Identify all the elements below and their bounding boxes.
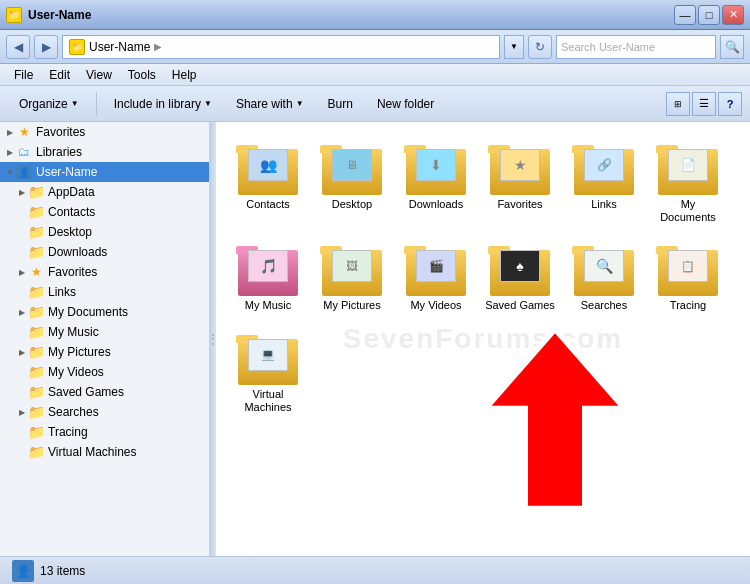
share-with-button[interactable]: Share with ▼	[225, 90, 315, 118]
view-list-button[interactable]: ☰	[692, 92, 716, 116]
sidebar-item-my-documents[interactable]: ▶ 📁 My Documents	[12, 302, 209, 322]
menu-tools[interactable]: Tools	[120, 66, 164, 84]
sidebar-item-my-videos[interactable]: ▶ 📁 My Videos	[12, 362, 209, 382]
include-arrow: ▼	[204, 99, 212, 108]
new-folder-button[interactable]: New folder	[366, 90, 445, 118]
sidebar-item-saved-games[interactable]: ▶ 📁 Saved Games	[12, 382, 209, 402]
downloads-icon: 📁	[28, 244, 44, 260]
sidebar-item-searches[interactable]: ▶ 📁 Searches	[12, 402, 209, 422]
sidebar-item-libraries[interactable]: ▶ 🗂 Libraries	[0, 142, 209, 162]
libraries-icon: 🗂	[16, 144, 32, 160]
folder-grid: 👥 Contacts 🖥 Desktop ⬇	[224, 130, 742, 425]
status-user: 👤 13 items	[12, 560, 85, 582]
mypics-expand[interactable]: ▶	[16, 346, 28, 358]
vms-icon: 📁	[28, 444, 44, 460]
sidebar-item-links[interactable]: ▶ 📁 Links	[12, 282, 209, 302]
fav-sub-label: Favorites	[48, 265, 97, 279]
sidebar-item-my-pictures[interactable]: ▶ 📁 My Pictures	[12, 342, 209, 362]
menu-bar: File Edit View Tools Help	[0, 64, 750, 86]
sidebar-item-appdata[interactable]: ▶ 📁 AppData	[12, 182, 209, 202]
close-button[interactable]: ✕	[722, 5, 744, 25]
folder-favorites[interactable]: ★ Favorites	[480, 134, 560, 231]
address-dropdown[interactable]: ▼	[504, 35, 524, 59]
sidebar-item-favorites-sub[interactable]: ▶ ★ Favorites	[12, 262, 209, 282]
sidebar-item-my-music[interactable]: ▶ 📁 My Music	[12, 322, 209, 342]
menu-help[interactable]: Help	[164, 66, 205, 84]
folder-contacts-label: Contacts	[246, 198, 289, 211]
mymusic-icon: 📁	[28, 324, 44, 340]
menu-file[interactable]: File	[6, 66, 41, 84]
appdata-expand[interactable]: ▶	[16, 186, 28, 198]
sidebar-item-contacts[interactable]: ▶ 📁 Contacts	[12, 202, 209, 222]
search-field[interactable]: Search User-Name	[556, 35, 716, 59]
minimize-button[interactable]: —	[674, 5, 696, 25]
sidebar-item-downloads[interactable]: ▶ 📁 Downloads	[12, 242, 209, 262]
favorites-icon: ★	[16, 124, 32, 140]
back-button[interactable]: ◀	[6, 35, 30, 59]
folder-my-pictures[interactable]: 🖼 My Pictures	[312, 235, 392, 319]
address-field[interactable]: 📁 User-Name ▶	[62, 35, 500, 59]
folder-mypics-thumb: 🖼	[320, 242, 384, 296]
forward-button[interactable]: ▶	[34, 35, 58, 59]
search-button[interactable]: 🔍	[720, 35, 744, 59]
organize-button[interactable]: Organize ▼	[8, 90, 90, 118]
folder-my-music[interactable]: 🎵 My Music	[228, 235, 308, 319]
folder-my-videos[interactable]: 🎬 My Videos	[396, 235, 476, 319]
searches-label: Searches	[48, 405, 99, 419]
folder-tracing[interactable]: 📋 Tracing	[648, 235, 728, 319]
favorites-label: Favorites	[36, 125, 85, 139]
window-title: User-Name	[28, 8, 674, 22]
folder-virtual-machines[interactable]: 💻 Virtual Machines	[228, 324, 308, 421]
maximize-button[interactable]: □	[698, 5, 720, 25]
folder-searches-thumb: 🔍	[572, 242, 636, 296]
address-bar: ◀ ▶ 📁 User-Name ▶ ▼ ↻ Search User-Name 🔍	[0, 30, 750, 64]
mydocs-expand[interactable]: ▶	[16, 306, 28, 318]
organize-arrow: ▼	[71, 99, 79, 108]
folder-searches[interactable]: 🔍 Searches	[564, 235, 644, 319]
myvideos-label: My Videos	[48, 365, 104, 379]
favorites-expand[interactable]: ▶	[4, 126, 16, 138]
tracing-icon: 📁	[28, 424, 44, 440]
help-button[interactable]: ?	[718, 92, 742, 116]
folder-preview: 🖥	[332, 149, 372, 181]
folder-favorites-thumb: ★	[488, 141, 552, 195]
folder-mydocs-label: My Documents	[653, 198, 723, 224]
folder-saved-games[interactable]: ♠ Saved Games	[480, 235, 560, 319]
include-in-library-button[interactable]: Include in library ▼	[103, 90, 223, 118]
fav-sub-expand[interactable]: ▶	[16, 266, 28, 278]
sidebar-item-favorites[interactable]: ▶ ★ Favorites	[0, 122, 209, 142]
address-folder-icon: 📁	[69, 39, 85, 55]
folder-preview: 🎵	[248, 250, 288, 282]
menu-edit[interactable]: Edit	[41, 66, 78, 84]
folder-vms-thumb: 💻	[236, 331, 300, 385]
sidebar-item-virtual-machines[interactable]: ▶ 📁 Virtual Machines	[12, 442, 209, 462]
folder-preview: 💻	[248, 339, 288, 371]
folder-preview: ⬇	[416, 149, 456, 181]
folder-downloads[interactable]: ⬇ Downloads	[396, 134, 476, 231]
searches-expand[interactable]: ▶	[16, 406, 28, 418]
menu-view[interactable]: View	[78, 66, 120, 84]
view-options-button[interactable]: ⊞	[666, 92, 690, 116]
mypics-icon: 📁	[28, 344, 44, 360]
refresh-button[interactable]: ↻	[528, 35, 552, 59]
folder-contacts[interactable]: 👥 Contacts	[228, 134, 308, 231]
folder-mymusic-label: My Music	[245, 299, 291, 312]
folder-links[interactable]: 🔗 Links	[564, 134, 644, 231]
sidebar-item-username[interactable]: ▼ 👤 User-Name	[0, 162, 209, 182]
folder-preview: 📋	[668, 250, 708, 282]
sidebar-item-desktop[interactable]: ▶ 📁 Desktop	[12, 222, 209, 242]
folder-preview: 🖼	[332, 250, 372, 282]
burn-button[interactable]: Burn	[317, 90, 364, 118]
folder-mypics-label: My Pictures	[323, 299, 380, 312]
window-controls: — □ ✕	[674, 5, 744, 25]
folder-savedgames-thumb: ♠	[488, 242, 552, 296]
sidebar-item-tracing[interactable]: ▶ 📁 Tracing	[12, 422, 209, 442]
libraries-expand[interactable]: ▶	[4, 146, 16, 158]
search-placeholder: Search User-Name	[561, 41, 655, 53]
right-panel: SevenForums.com 👥 Contacts 🖥 Deskt	[216, 122, 750, 556]
toolbar-separator-1	[96, 92, 97, 116]
folder-searches-label: Searches	[581, 299, 627, 312]
username-expand[interactable]: ▼	[4, 166, 16, 178]
folder-desktop[interactable]: 🖥 Desktop	[312, 134, 392, 231]
folder-my-documents[interactable]: 📄 My Documents	[648, 134, 728, 231]
